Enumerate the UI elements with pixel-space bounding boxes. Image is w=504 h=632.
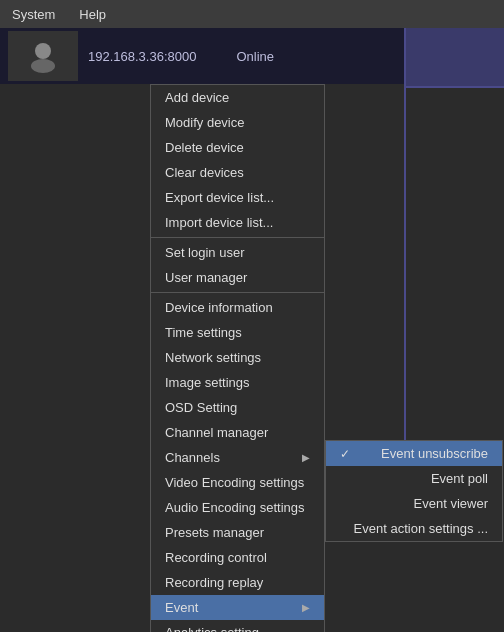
event-submenu: ✓ Event unsubscribe Event poll Event vie… bbox=[325, 440, 503, 542]
menu-modify-device[interactable]: Modify device bbox=[151, 110, 324, 135]
checkmark-event-unsubscribe: ✓ bbox=[340, 447, 350, 461]
menu-channels[interactable]: Channels▶ bbox=[151, 445, 324, 470]
dropdown-menu: Add device Modify device Delete device C… bbox=[150, 84, 325, 632]
submenu-event-action-settings[interactable]: Event action settings ... bbox=[326, 516, 502, 541]
menu-help[interactable]: Help bbox=[75, 3, 110, 26]
menu-event[interactable]: Event▶ bbox=[151, 595, 324, 620]
menu-time-settings[interactable]: Time settings bbox=[151, 320, 324, 345]
menu-osd-setting[interactable]: OSD Setting bbox=[151, 395, 324, 420]
menu-recording-control[interactable]: Recording control bbox=[151, 545, 324, 570]
submenu-event-unsubscribe[interactable]: ✓ Event unsubscribe bbox=[326, 441, 502, 466]
menu-presets-manager[interactable]: Presets manager bbox=[151, 520, 324, 545]
separator-2 bbox=[151, 292, 324, 293]
svg-point-0 bbox=[35, 43, 51, 59]
menu-recording-replay[interactable]: Recording replay bbox=[151, 570, 324, 595]
menu-add-device[interactable]: Add device bbox=[151, 85, 324, 110]
menu-delete-device[interactable]: Delete device bbox=[151, 135, 324, 160]
menu-video-encoding-settings[interactable]: Video Encoding settings bbox=[151, 470, 324, 495]
menu-import-device-list[interactable]: Import device list... bbox=[151, 210, 324, 235]
svg-point-1 bbox=[31, 59, 55, 73]
submenu-event-poll[interactable]: Event poll bbox=[326, 466, 502, 491]
menu-network-settings[interactable]: Network settings bbox=[151, 345, 324, 370]
menu-system[interactable]: System bbox=[8, 3, 59, 26]
menu-device-information[interactable]: Device information bbox=[151, 295, 324, 320]
device-ip: 192.168.3.36:8000 bbox=[88, 49, 196, 64]
menu-export-device-list[interactable]: Export device list... bbox=[151, 185, 324, 210]
menu-analytics-setting[interactable]: Analytics setting bbox=[151, 620, 324, 632]
menu-image-settings[interactable]: Image settings bbox=[151, 370, 324, 395]
menu-channel-manager[interactable]: Channel manager bbox=[151, 420, 324, 445]
menu-bar: System Help bbox=[0, 0, 504, 28]
menu-audio-encoding-settings[interactable]: Audio Encoding settings bbox=[151, 495, 324, 520]
menu-user-manager[interactable]: User manager bbox=[151, 265, 324, 290]
menu-set-login-user[interactable]: Set login user bbox=[151, 240, 324, 265]
event-arrow: ▶ bbox=[302, 602, 310, 613]
submenu-event-viewer[interactable]: Event viewer bbox=[326, 491, 502, 516]
device-thumbnail bbox=[8, 31, 78, 81]
menu-clear-devices[interactable]: Clear devices bbox=[151, 160, 324, 185]
channels-arrow: ▶ bbox=[302, 452, 310, 463]
separator-1 bbox=[151, 237, 324, 238]
device-status: Online bbox=[236, 49, 274, 64]
